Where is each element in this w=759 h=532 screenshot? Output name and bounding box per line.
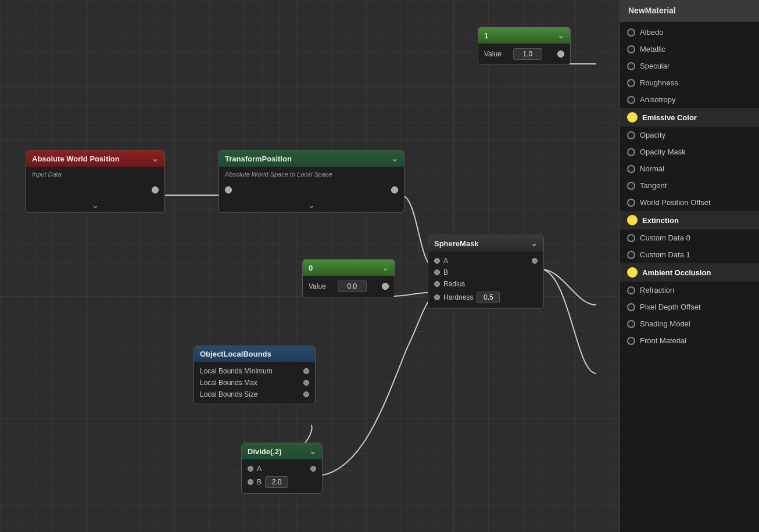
node-transform-position[interactable]: TransformPosition ⌄ Absolute World Space… bbox=[219, 150, 404, 213]
node-header-constant-one: 1 ⌄ bbox=[478, 27, 570, 44]
output-pin[interactable] bbox=[382, 283, 389, 290]
panel-item-custom-data-1[interactable]: Custom Data 1 bbox=[620, 246, 759, 263]
panel-item-specular[interactable]: Specular bbox=[620, 57, 759, 74]
output-pin-size[interactable] bbox=[303, 391, 309, 397]
node-collapse-btn[interactable]: ⌄ bbox=[382, 263, 389, 272]
node-collapse-btn[interactable]: ⌄ bbox=[309, 447, 316, 456]
node-divide[interactable]: Divide(,2) ⌄ A B bbox=[241, 443, 323, 494]
panel-item-albedo[interactable]: Albedo bbox=[620, 24, 759, 41]
output-pin[interactable] bbox=[152, 186, 159, 193]
node-header-sphere-mask: SphereMask ⌄ bbox=[428, 235, 543, 251]
output-row-min: Local Bounds Minimum bbox=[200, 365, 309, 377]
node-header-transform-position: TransformPosition ⌄ bbox=[219, 150, 404, 167]
pin-row-a: A bbox=[434, 255, 538, 267]
output-pin-a[interactable] bbox=[532, 258, 538, 264]
pin-row-b: B bbox=[434, 267, 538, 278]
node-header-constant-zero: 0 ⌄ bbox=[303, 260, 395, 276]
panel-item-front-material[interactable]: Front Material bbox=[620, 332, 759, 349]
panel-item-custom-data-0[interactable]: Custom Data 0 bbox=[620, 229, 759, 246]
panel-item-extinction[interactable]: Extinction bbox=[620, 211, 759, 229]
node-sphere-mask[interactable]: SphereMask ⌄ A B Radius Hardness bbox=[428, 235, 544, 309]
panel-items-list: Albedo Metallic Specular Roughness Aniso… bbox=[620, 21, 759, 532]
node-title: 1 bbox=[484, 31, 488, 40]
value-label: Value bbox=[484, 50, 502, 58]
b-value-field[interactable] bbox=[265, 476, 288, 488]
node-header-object-local-bounds: ObjectLocalBounds bbox=[194, 346, 315, 362]
node-title: Divide(,2) bbox=[248, 447, 282, 456]
node-title: SphereMask bbox=[434, 239, 479, 248]
connector-emissive-color bbox=[627, 112, 638, 123]
panel-item-world-position-offset[interactable]: World Position Offset bbox=[620, 194, 759, 211]
node-collapse-btn[interactable]: ⌄ bbox=[531, 239, 538, 248]
node-subtitle: Absolute World Space to Local Space bbox=[225, 171, 332, 178]
input-pin-b[interactable] bbox=[434, 269, 440, 275]
node-subtitle: Input Data bbox=[32, 171, 62, 178]
node-header-absolute-world-position: Absolute World Position ⌄ bbox=[26, 150, 164, 167]
node-absolute-world-position[interactable]: Absolute World Position ⌄ Input Data ⌄ bbox=[26, 150, 165, 213]
connector-ambient-occlusion bbox=[627, 267, 638, 278]
output-row-max: Local Bounds Max bbox=[200, 377, 309, 389]
pin-row-hardness: Hardness bbox=[434, 290, 538, 305]
node-collapse-btn[interactable]: ⌄ bbox=[152, 154, 159, 163]
connector-roughness bbox=[627, 79, 635, 87]
panel-item-refraction[interactable]: Refraction bbox=[620, 282, 759, 299]
connector-specular bbox=[627, 62, 635, 70]
node-expand-btn[interactable]: ⌄ bbox=[92, 200, 99, 210]
node-constant-zero[interactable]: 0 ⌄ Value bbox=[302, 259, 395, 297]
connector-opacity bbox=[627, 131, 635, 139]
connector-refraction bbox=[627, 286, 635, 294]
connector-shading-model bbox=[627, 320, 635, 328]
node-collapse-btn[interactable]: ⌄ bbox=[391, 154, 398, 163]
value-field[interactable] bbox=[513, 48, 542, 60]
output-row-size: Local Bounds Size bbox=[200, 389, 309, 400]
input-pin-a[interactable] bbox=[434, 258, 440, 264]
panel-item-normal[interactable]: Normal bbox=[620, 160, 759, 177]
connector-metallic bbox=[627, 45, 635, 53]
value-label: Value bbox=[309, 282, 326, 290]
node-constant-one[interactable]: 1 ⌄ Value bbox=[478, 27, 571, 65]
panel-item-opacity-mask[interactable]: Opacity Mask bbox=[620, 143, 759, 160]
node-header-divide: Divide(,2) ⌄ bbox=[242, 443, 322, 459]
input-pin-a[interactable] bbox=[248, 466, 253, 472]
panel-item-ambient-occlusion[interactable]: Ambient Occlusion bbox=[620, 263, 759, 282]
node-title: ObjectLocalBounds bbox=[200, 350, 271, 358]
input-pin-hardness[interactable] bbox=[434, 294, 440, 300]
panel-item-anisotropy[interactable]: Anisotropy bbox=[620, 91, 759, 108]
connector-normal bbox=[627, 165, 635, 173]
pin-row-radius: Radius bbox=[434, 278, 538, 290]
connector-custom-data-0 bbox=[627, 234, 635, 242]
pin-row-a-divide: A bbox=[248, 463, 316, 475]
node-expand-btn[interactable]: ⌄ bbox=[308, 200, 315, 210]
output-pin[interactable] bbox=[557, 51, 564, 57]
output-pin-min[interactable] bbox=[303, 368, 309, 374]
node-title: TransformPosition bbox=[225, 154, 292, 163]
node-title: Absolute World Position bbox=[32, 154, 120, 163]
right-panel: NewMaterial Albedo Metallic Specular Rou… bbox=[620, 0, 759, 532]
panel-item-roughness[interactable]: Roughness bbox=[620, 74, 759, 91]
panel-item-opacity[interactable]: Opacity bbox=[620, 127, 759, 143]
node-collapse-btn[interactable]: ⌄ bbox=[557, 31, 564, 40]
connector-custom-data-1 bbox=[627, 251, 635, 259]
output-pin-max[interactable] bbox=[303, 380, 309, 386]
input-pin[interactable] bbox=[225, 186, 232, 193]
input-pin-radius[interactable] bbox=[434, 281, 440, 287]
connector-front-material bbox=[627, 337, 635, 345]
panel-item-tangent[interactable]: Tangent bbox=[620, 177, 759, 194]
connector-albedo bbox=[627, 28, 635, 37]
value-field[interactable] bbox=[338, 281, 367, 292]
panel-item-pixel-depth-offset[interactable]: Pixel Depth Offset bbox=[620, 299, 759, 315]
output-pin-divide[interactable] bbox=[310, 466, 316, 472]
hardness-field[interactable] bbox=[477, 292, 500, 303]
panel-item-shading-model[interactable]: Shading Model bbox=[620, 315, 759, 332]
node-title: 0 bbox=[309, 264, 313, 272]
pin-row-b-divide: B bbox=[248, 475, 316, 490]
input-pin-b[interactable] bbox=[248, 479, 253, 485]
connector-extinction bbox=[627, 215, 638, 225]
output-pin[interactable] bbox=[391, 186, 398, 193]
panel-title: NewMaterial bbox=[620, 0, 759, 21]
connector-pixel-depth-offset bbox=[627, 303, 635, 311]
panel-item-metallic[interactable]: Metallic bbox=[620, 41, 759, 57]
connector-tangent bbox=[627, 182, 635, 190]
node-object-local-bounds[interactable]: ObjectLocalBounds Local Bounds Minimum L… bbox=[194, 346, 316, 404]
panel-item-emissive-color[interactable]: Emissive Color bbox=[620, 108, 759, 127]
